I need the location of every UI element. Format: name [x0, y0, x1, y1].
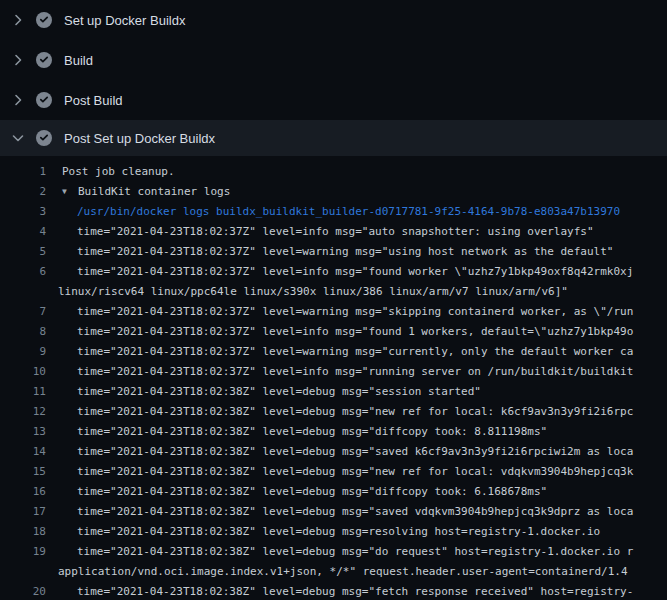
- log-line-number[interactable]: 4: [0, 222, 46, 242]
- group-title: BuildKit container logs: [78, 185, 230, 198]
- log-line-number[interactable]: 8: [0, 322, 46, 342]
- log-line-number[interactable]: 18: [0, 522, 46, 542]
- check-circle-icon: [36, 92, 52, 108]
- log-line-content: time="2021-04-23T18:02:38Z" level=debug …: [58, 582, 667, 600]
- log-line-content: time="2021-04-23T18:02:38Z" level=debug …: [58, 422, 667, 442]
- log-line-number[interactable]: 15: [0, 462, 46, 482]
- step-label: Post Set up Docker Buildx: [64, 131, 215, 146]
- log-line-number[interactable]: 16: [0, 482, 46, 502]
- log-line: 2 ▼BuildKit container logs: [0, 182, 667, 202]
- log-line: 8 time="2021-04-23T18:02:37Z" level=info…: [0, 322, 667, 342]
- log-line-content: time="2021-04-23T18:02:37Z" level=warnin…: [58, 302, 667, 322]
- log-line-content: ▼BuildKit container logs: [58, 182, 667, 202]
- log-line-number[interactable]: 3: [0, 202, 46, 222]
- log-line: 4 time="2021-04-23T18:02:37Z" level=info…: [0, 222, 667, 242]
- log-line-content: time="2021-04-23T18:02:38Z" level=debug …: [58, 542, 667, 582]
- log-line-content: time="2021-04-23T18:02:38Z" level=debug …: [58, 402, 667, 422]
- chevron-down-icon: [10, 130, 26, 146]
- step-header-post-build[interactable]: Post Build: [0, 80, 667, 120]
- log-line-content: time="2021-04-23T18:02:37Z" level=info m…: [58, 222, 667, 242]
- step-header-post-set-up-docker-buildx[interactable]: Post Set up Docker Buildx: [0, 120, 667, 156]
- check-circle-icon: [36, 130, 52, 146]
- log-line-content: time="2021-04-23T18:02:38Z" level=debug …: [58, 522, 667, 542]
- log-line: 11 time="2021-04-23T18:02:38Z" level=deb…: [0, 382, 667, 402]
- log-line: 18 time="2021-04-23T18:02:38Z" level=deb…: [0, 522, 667, 542]
- log-line-content: time="2021-04-23T18:02:38Z" level=debug …: [58, 462, 667, 482]
- group-collapse-icon[interactable]: ▼: [62, 182, 78, 202]
- log-line-number[interactable]: 11: [0, 382, 46, 402]
- log-line-number[interactable]: 19: [0, 542, 46, 582]
- step-label: Post Build: [64, 93, 123, 108]
- log-line-number[interactable]: 2: [0, 182, 46, 202]
- log-line-content: time="2021-04-23T18:02:38Z" level=debug …: [58, 442, 667, 462]
- log-line: 12 time="2021-04-23T18:02:38Z" level=deb…: [0, 402, 667, 422]
- log-line: 3 /usr/bin/docker logs buildx_buildkit_b…: [0, 202, 667, 222]
- chevron-right-icon: [10, 92, 26, 108]
- steps-list: Set up Docker Buildx Build Post Build: [0, 0, 667, 156]
- log-line: 15 time="2021-04-23T18:02:38Z" level=deb…: [0, 462, 667, 482]
- log-line: 6 time="2021-04-23T18:02:37Z" level=info…: [0, 262, 667, 302]
- chevron-right-icon: [10, 12, 26, 28]
- log-line: 14 time="2021-04-23T18:02:38Z" level=deb…: [0, 442, 667, 462]
- chevron-right-icon: [10, 52, 26, 68]
- log-line: 19 time="2021-04-23T18:02:38Z" level=deb…: [0, 542, 667, 582]
- log-text-wrap: application/vnd.oci.image.index.v1+json,…: [58, 562, 667, 582]
- log-line-number[interactable]: 20: [0, 582, 46, 600]
- log-text: time="2021-04-23T18:02:38Z" level=debug …: [58, 542, 667, 562]
- log-line: 5 time="2021-04-23T18:02:37Z" level=warn…: [0, 242, 667, 262]
- log-line-content: time="2021-04-23T18:02:37Z" level=info m…: [58, 322, 667, 342]
- log-line-number[interactable]: 5: [0, 242, 46, 262]
- log-line-number[interactable]: 1: [0, 162, 46, 182]
- log-line-content: time="2021-04-23T18:02:37Z" level=info m…: [58, 262, 667, 302]
- step-header-set-up-docker-buildx[interactable]: Set up Docker Buildx: [0, 0, 667, 40]
- log-line: 1 Post job cleanup.: [0, 162, 667, 182]
- step-label: Set up Docker Buildx: [64, 13, 185, 28]
- log-line-content: time="2021-04-23T18:02:38Z" level=debug …: [58, 482, 667, 502]
- log-line-number[interactable]: 7: [0, 302, 46, 322]
- log-line-content: Post job cleanup.: [58, 162, 667, 182]
- log-text-wrap: linux/riscv64 linux/ppc64le linux/s390x …: [58, 282, 667, 302]
- log-line-number[interactable]: 14: [0, 442, 46, 462]
- log-line-number[interactable]: 10: [0, 362, 46, 382]
- log-line-content: time="2021-04-23T18:02:37Z" level=warnin…: [58, 342, 667, 362]
- step-label: Build: [64, 53, 93, 68]
- log-line: 13 time="2021-04-23T18:02:38Z" level=deb…: [0, 422, 667, 442]
- log-line: 20 time="2021-04-23T18:02:38Z" level=deb…: [0, 582, 667, 600]
- log-lines: 1 Post job cleanup. 2 ▼BuildKit containe…: [0, 156, 667, 600]
- log-line-number[interactable]: 6: [0, 262, 46, 302]
- log-line: 10 time="2021-04-23T18:02:37Z" level=inf…: [0, 362, 667, 382]
- log-line-content: time="2021-04-23T18:02:38Z" level=debug …: [58, 382, 667, 402]
- log-line-number[interactable]: 17: [0, 502, 46, 522]
- log-line-number[interactable]: 12: [0, 402, 46, 422]
- log-line-number[interactable]: 13: [0, 422, 46, 442]
- check-circle-icon: [36, 12, 52, 28]
- actions-log-viewer: Set up Docker Buildx Build Post Build: [0, 0, 667, 600]
- step-header-build[interactable]: Build: [0, 40, 667, 80]
- log-text: time="2021-04-23T18:02:37Z" level=info m…: [58, 262, 667, 282]
- log-line-content: time="2021-04-23T18:02:37Z" level=warnin…: [58, 242, 667, 262]
- log-line-content: time="2021-04-23T18:02:37Z" level=info m…: [58, 362, 667, 382]
- log-line-content: /usr/bin/docker logs buildx_buildkit_bui…: [58, 202, 667, 222]
- log-line-number[interactable]: 9: [0, 342, 46, 362]
- log-line: 7 time="2021-04-23T18:02:37Z" level=warn…: [0, 302, 667, 322]
- log-line: 17 time="2021-04-23T18:02:38Z" level=deb…: [0, 502, 667, 522]
- log-line: 16 time="2021-04-23T18:02:38Z" level=deb…: [0, 482, 667, 502]
- log-line: 9 time="2021-04-23T18:02:37Z" level=warn…: [0, 342, 667, 362]
- log-line-content: time="2021-04-23T18:02:38Z" level=debug …: [58, 502, 667, 522]
- check-circle-icon: [36, 52, 52, 68]
